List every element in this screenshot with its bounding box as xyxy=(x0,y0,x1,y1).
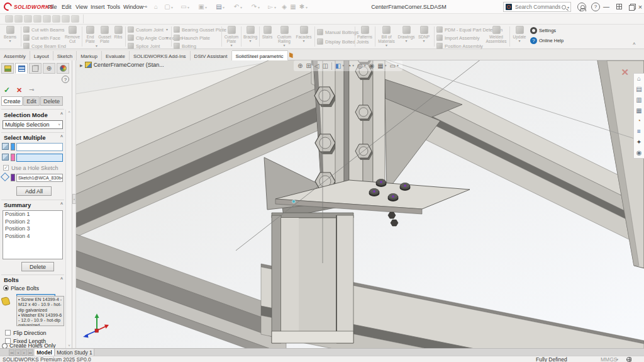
edit-appearance-icon[interactable]: ◉ xyxy=(369,60,374,71)
bolt-spec-line[interactable]: Screw EN 14399-4 - M12 x 40 - 10.9 - hot… xyxy=(18,297,64,313)
delete-button[interactable]: Delete xyxy=(21,262,54,271)
globe-icon[interactable] xyxy=(626,357,631,362)
select-multiple-header[interactable]: Select Multiple˄ xyxy=(0,134,65,142)
cut-with-beams-button[interactable]: Cut with Beams xyxy=(23,26,65,33)
remove-cut-button[interactable]: Remove Cut xyxy=(64,26,81,43)
place-bolts-radio[interactable] xyxy=(3,285,9,291)
panel-scrollbar[interactable]: ˄ ˅ xyxy=(65,110,72,348)
custom-plate-caret-icon[interactable]: ▾ xyxy=(223,43,240,47)
apply-scene-caret-icon[interactable]: ▾ xyxy=(385,60,387,71)
view-orientation-icon[interactable]: ◧ xyxy=(335,60,341,71)
bom-caret-icon[interactable]: ▾ xyxy=(377,43,396,47)
apply-scene-icon[interactable]: ▦ xyxy=(377,60,383,71)
restore-button[interactable] xyxy=(628,4,635,11)
minimize-button[interactable]: — xyxy=(602,4,610,11)
beam2-selection-input[interactable] xyxy=(16,154,63,162)
view-orientation-caret-icon[interactable]: ▾ xyxy=(342,60,344,71)
custom-railing-button[interactable]: Custom Railing▾ xyxy=(275,26,294,47)
tab-scroll-left-icon[interactable]: ◂ xyxy=(15,349,21,356)
dark-bolt[interactable] xyxy=(376,179,387,187)
tab-overflow-icon[interactable] xyxy=(289,52,293,58)
confirmation-corner-cancel-icon[interactable]: ✕ xyxy=(621,67,629,78)
tree-root-label[interactable]: CenterFrameCorner (Stan... xyxy=(94,62,164,68)
custom-joint-button[interactable]: Custom Joint xyxy=(128,26,164,33)
search-commands-box[interactable]: ▾ xyxy=(503,2,571,12)
units-selector[interactable]: MMGS xyxy=(601,356,617,362)
list-item[interactable]: Position 1 xyxy=(3,211,62,218)
datum-feature-icon[interactable] xyxy=(52,15,60,23)
h-column-base[interactable] xyxy=(272,213,353,343)
appearances-icon[interactable]: ◔ xyxy=(637,118,641,124)
tab-propertymanager[interactable] xyxy=(15,63,28,74)
display-style-caret-icon[interactable]: ▾ xyxy=(352,60,354,71)
update-button[interactable]: Update▾ xyxy=(511,26,528,43)
beams-caret-icon[interactable]: ▾ xyxy=(1,39,19,43)
bolt-spec-line[interactable]: Washer EN 14399-6 - 12.0 - 10.9 - hot-di… xyxy=(18,313,64,326)
section-view-icon[interactable]: ◫ xyxy=(322,60,328,71)
dark-bolt[interactable] xyxy=(400,183,411,191)
help-icon[interactable]: ? xyxy=(591,3,600,11)
dark-bolt[interactable] xyxy=(369,188,380,196)
bill-of-materials-button[interactable]: Bill of Materials▾ xyxy=(377,26,396,47)
home-icon[interactable]: ⌂ xyxy=(151,2,161,11)
file-explorer-icon[interactable]: ▥ xyxy=(636,97,641,103)
create-mode-tab[interactable]: Create xyxy=(1,96,23,106)
collapse-group-icon[interactable]: ˄ xyxy=(60,134,63,139)
task-pane-tabs[interactable]: ⌂ ▤ ▥ ▦ ◔ ≡ ✦ ◉ xyxy=(633,73,644,159)
options-caret-icon[interactable]: ▾ xyxy=(306,5,308,9)
list-item[interactable]: Position 2 xyxy=(3,218,62,226)
search-input[interactable] xyxy=(514,3,562,11)
ok-button[interactable]: ✓ xyxy=(4,86,10,94)
tab-displaymanager[interactable] xyxy=(57,63,69,74)
save-caret-icon[interactable]: ▾ xyxy=(205,5,207,9)
manual-boltings-button[interactable]: Manual Boltings xyxy=(317,28,358,36)
pin-icon[interactable]: ⊸ xyxy=(29,86,34,93)
list-item[interactable]: Position 4 xyxy=(3,233,62,240)
zoom-fit-icon[interactable]: ⊕ xyxy=(297,60,303,71)
summary-header[interactable]: Summary˄ xyxy=(0,201,65,210)
edit-mode-tab[interactable]: Edit xyxy=(23,96,40,106)
splitter-handle[interactable]: ‹ xyxy=(72,194,76,204)
custom-properties-icon[interactable]: ≡ xyxy=(637,128,641,135)
tab-scroll-right-icon[interactable]: ▸ xyxy=(21,349,27,356)
display-style-icon[interactable]: ◔ xyxy=(347,60,351,71)
model-scene[interactable] xyxy=(72,60,644,348)
flip-direction-checkbox[interactable] xyxy=(5,330,11,336)
sdnp-button[interactable]: SDNP▾ xyxy=(416,26,431,43)
solidsteel-pane-icon[interactable]: ✦ xyxy=(636,139,641,145)
tab-scroll-first-icon[interactable]: ◂◂ xyxy=(9,349,14,356)
collapse-group-icon[interactable]: ˄ xyxy=(60,276,63,281)
plate-group-caret-icon[interactable]: ▾ xyxy=(96,44,97,48)
collapse-group-icon[interactable]: ˄ xyxy=(60,201,63,206)
patterns-button[interactable]: Patterns xyxy=(357,26,373,39)
small-nut[interactable] xyxy=(388,212,396,218)
bracing-caret-icon[interactable]: ▾ xyxy=(243,39,258,43)
view-settings-icon[interactable]: ▭ xyxy=(389,60,395,71)
design-library-icon[interactable]: ▤ xyxy=(636,86,641,93)
redo-caret-icon[interactable]: ▾ xyxy=(258,5,260,9)
dark-bolt[interactable] xyxy=(388,193,399,201)
tree-expander-icon[interactable]: ▶ xyxy=(80,63,83,67)
bolt-spec-listbox[interactable]: Screw EN 14399-4 - M12 x 40 - 10.9 - hot… xyxy=(16,296,64,326)
list-item[interactable]: Position 3 xyxy=(3,225,62,233)
tab-dimxpertmanager[interactable]: ⊕ xyxy=(43,63,55,74)
select-caret-icon[interactable]: ▾ xyxy=(274,5,276,9)
view-palette-icon[interactable]: ▦ xyxy=(636,108,641,114)
resources-icon[interactable]: ⌂ xyxy=(637,76,641,82)
sketch-reference-input[interactable]: Sketch1@WCA_830b4028-0 xyxy=(16,174,63,182)
custom-railing-caret-icon[interactable]: ▾ xyxy=(275,43,294,47)
bearing-gusset-plate-button[interactable]: Bearing Gusset Plate xyxy=(174,26,226,33)
beam1-selection-input[interactable] xyxy=(16,143,63,151)
facades-caret-icon[interactable]: ▾ xyxy=(296,39,312,43)
heads-up-view-toolbar[interactable]: ⊕ ⊞ ◁ ◫ ◧▾ ◔▾ ◎▾ ◉ ▦▾ ▭▾ xyxy=(294,60,402,71)
center-column[interactable] xyxy=(335,60,385,201)
pm-help-icon[interactable]: ? xyxy=(62,76,69,83)
forum-icon[interactable]: ◉ xyxy=(636,150,642,156)
custom-joint-caret-icon[interactable]: ▾ xyxy=(166,28,168,31)
zoom-area-icon[interactable]: ⊞ xyxy=(306,60,311,71)
bracing-button[interactable]: Bracing▾ xyxy=(243,26,258,43)
sdnp-caret-icon[interactable]: ▾ xyxy=(416,39,431,43)
surface-finish-icon[interactable] xyxy=(24,15,32,23)
bolts-header[interactable]: Bolts˄ xyxy=(0,276,65,285)
ribs-button[interactable]: Ribs xyxy=(113,26,124,39)
